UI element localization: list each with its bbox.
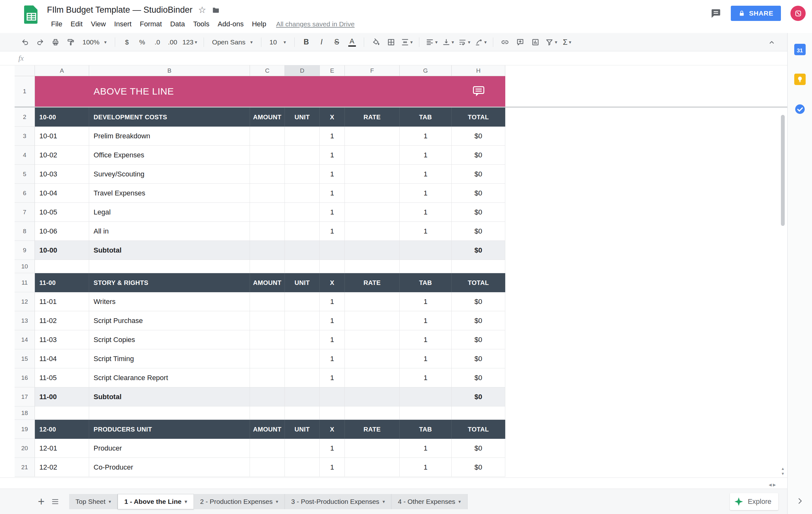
font-size-dropdown[interactable]: 10 ▾ xyxy=(266,35,290,50)
font-family-dropdown[interactable]: Open Sans ▾ xyxy=(208,35,257,50)
cell-h7[interactable]: $0 xyxy=(452,203,505,222)
chevron-down-icon[interactable]: ▾ xyxy=(382,499,385,505)
cell-d14[interactable] xyxy=(285,330,320,349)
section-colhead-amount-19[interactable]: AMOUNT xyxy=(250,420,285,439)
sheet-tab-2-production-expenses[interactable]: 2 - Production Expenses▾ xyxy=(194,494,285,509)
cell-c15[interactable] xyxy=(250,349,285,368)
cell-h4[interactable]: $0 xyxy=(452,146,505,165)
undo-button[interactable] xyxy=(18,35,32,50)
cell-b14[interactable]: Script Copies xyxy=(89,330,250,349)
cell-h20[interactable]: $0 xyxy=(452,439,505,458)
tasks-icon[interactable] xyxy=(794,104,806,115)
folder-icon[interactable] xyxy=(212,6,220,14)
cell-g14[interactable]: 1 xyxy=(400,330,452,349)
merge-cells-dropdown[interactable]: ▾ xyxy=(399,35,415,50)
cell-g7[interactable]: 1 xyxy=(400,203,452,222)
chevron-down-icon[interactable]: ▾ xyxy=(458,499,461,505)
cell-f9[interactable] xyxy=(345,241,400,260)
number-format-dropdown[interactable]: 123 ▾ xyxy=(180,35,199,50)
cell-h16[interactable]: $0 xyxy=(452,368,505,388)
paint-format-button[interactable] xyxy=(63,35,78,50)
cell-g3[interactable]: 1 xyxy=(400,126,452,146)
cell-e4[interactable]: 1 xyxy=(320,146,345,165)
cell-h18[interactable] xyxy=(452,406,505,420)
menu-view[interactable]: View xyxy=(87,18,110,30)
cell-e18[interactable] xyxy=(320,406,345,420)
cell-g20[interactable]: 1 xyxy=(400,439,452,458)
keep-icon[interactable] xyxy=(794,74,806,85)
section-colhead-x-19[interactable]: X xyxy=(320,420,345,439)
cell-f14[interactable] xyxy=(345,330,400,349)
functions-dropdown[interactable]: Σ ▾ xyxy=(560,35,574,50)
row-number-5[interactable]: 5 xyxy=(14,165,35,184)
cell-c13[interactable] xyxy=(250,311,285,330)
cell-f13[interactable] xyxy=(345,311,400,330)
chevron-down-icon[interactable]: ▾ xyxy=(109,499,111,505)
fill-color-button[interactable] xyxy=(369,35,383,50)
scroll-down-icon[interactable]: ▼ xyxy=(781,472,785,476)
cell-f10[interactable] xyxy=(345,260,400,273)
star-icon[interactable]: ☆ xyxy=(198,5,206,15)
cell-c10[interactable] xyxy=(250,260,285,273)
section-colhead-unit-2[interactable]: UNIT xyxy=(285,108,320,126)
cell-d4[interactable] xyxy=(285,146,320,165)
row-number-19[interactable]: 19 xyxy=(14,420,35,439)
row-number-9[interactable]: 9 xyxy=(14,241,35,260)
row-number-2[interactable]: 2 xyxy=(14,108,35,126)
horizontal-align-dropdown[interactable]: ▾ xyxy=(424,35,440,50)
cell-h10[interactable] xyxy=(452,260,505,273)
cell-b7[interactable]: Legal xyxy=(89,203,250,222)
filter-dropdown[interactable]: ▾ xyxy=(543,35,559,50)
account-avatar[interactable] xyxy=(790,6,806,21)
section-title-producers-unit[interactable]: PRODUCERS UNIT xyxy=(89,420,250,439)
cell-e9[interactable] xyxy=(320,241,345,260)
cell-h9[interactable]: $0 xyxy=(452,241,505,260)
cell-d10[interactable] xyxy=(285,260,320,273)
document-title[interactable]: FIlm Budget Template — StudioBinder xyxy=(47,5,193,15)
cell-g8[interactable]: 1 xyxy=(400,222,452,241)
cell-a13[interactable]: 11-02 xyxy=(35,311,89,330)
row-number-15[interactable]: 15 xyxy=(14,349,35,368)
section-colhead-unit-19[interactable]: UNIT xyxy=(285,420,320,439)
cell-c4[interactable] xyxy=(250,146,285,165)
cell-c8[interactable] xyxy=(250,222,285,241)
section-colhead-tab-11[interactable]: TAB xyxy=(400,273,452,292)
row-number-14[interactable]: 14 xyxy=(14,330,35,349)
cell-c20[interactable] xyxy=(250,439,285,458)
above-the-line-banner[interactable]: ABOVE THE LINE xyxy=(35,76,505,107)
vertical-scrollbar-thumb[interactable] xyxy=(781,115,785,226)
zoom-dropdown[interactable]: 100% ▾ xyxy=(79,35,110,50)
cell-b21[interactable]: Co-Producer xyxy=(89,458,250,477)
cell-c6[interactable] xyxy=(250,184,285,203)
cell-d17[interactable] xyxy=(285,388,320,406)
cell-f16[interactable] xyxy=(345,368,400,388)
cell-g21[interactable]: 1 xyxy=(400,458,452,477)
vertical-scrollbar[interactable] xyxy=(780,110,785,464)
cell-c12[interactable] xyxy=(250,292,285,311)
cell-a4[interactable]: 10-02 xyxy=(35,146,89,165)
print-button[interactable] xyxy=(48,35,63,50)
section-colhead-tab-2[interactable]: TAB xyxy=(400,108,452,126)
cell-b12[interactable]: Writers xyxy=(89,292,250,311)
row-number-7[interactable]: 7 xyxy=(14,203,35,222)
cell-f8[interactable] xyxy=(345,222,400,241)
section-colhead-tab-19[interactable]: TAB xyxy=(400,420,452,439)
sheet-tab-3-post-production-expenses[interactable]: 3 - Post-Production Expenses▾ xyxy=(285,494,392,509)
cell-b17[interactable]: Subtotal xyxy=(89,388,250,406)
save-status[interactable]: All changes saved in Drive xyxy=(276,20,354,28)
cell-d6[interactable] xyxy=(285,184,320,203)
cell-e16[interactable]: 1 xyxy=(320,368,345,388)
cell-b3[interactable]: Prelim Breakdown xyxy=(89,126,250,146)
cell-a7[interactable]: 10-05 xyxy=(35,203,89,222)
text-rotation-dropdown[interactable]: ▾ xyxy=(473,35,489,50)
cell-e7[interactable]: 1 xyxy=(320,203,345,222)
cell-d15[interactable] xyxy=(285,349,320,368)
cell-d5[interactable] xyxy=(285,165,320,184)
section-colhead-amount-11[interactable]: AMOUNT xyxy=(250,273,285,292)
cell-c14[interactable] xyxy=(250,330,285,349)
cell-c17[interactable] xyxy=(250,388,285,406)
column-header-f[interactable]: F xyxy=(345,65,400,76)
section-title-story-rights[interactable]: STORY & RIGHTS xyxy=(89,273,250,292)
cell-b8[interactable]: All in xyxy=(89,222,250,241)
menu-insert[interactable]: Insert xyxy=(110,18,136,30)
